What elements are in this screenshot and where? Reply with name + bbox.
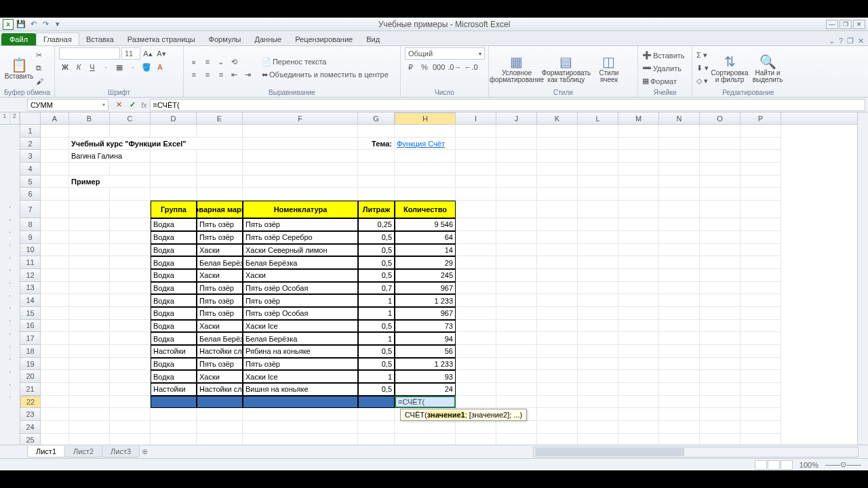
row-header[interactable]: 9 xyxy=(20,231,41,244)
align-left-icon[interactable]: ≡ xyxy=(188,68,200,81)
row-header[interactable]: 7 xyxy=(20,201,41,218)
col-header-O[interactable]: O xyxy=(700,113,741,124)
formula-input[interactable]: =СЧЁТ( xyxy=(150,99,865,111)
autosum-icon[interactable]: Σ ▾ xyxy=(696,49,709,61)
row-header[interactable]: 6 xyxy=(20,188,41,201)
format-as-table-button[interactable]: ▤Форматировать как таблицу xyxy=(542,49,590,88)
row-header[interactable]: 25 xyxy=(20,434,41,445)
name-box[interactable]: СУММ▾ xyxy=(27,99,108,111)
col-header-K[interactable]: K xyxy=(537,113,578,124)
tab-data[interactable]: Данные xyxy=(248,33,288,45)
row-header[interactable]: 24 xyxy=(20,421,41,434)
cell-styles-button[interactable]: ◫Стили ячеек xyxy=(592,49,626,88)
merge-center-button[interactable]: ⬌ Объединить и поместить в центре xyxy=(262,69,389,81)
col-header-I[interactable]: I xyxy=(456,113,496,124)
row-header[interactable]: 8 xyxy=(20,218,41,231)
tab-insert[interactable]: Вставка xyxy=(79,33,121,45)
col-header-A[interactable]: A xyxy=(41,113,69,124)
zoom-level[interactable]: 100% xyxy=(800,461,818,469)
horizontal-scrollbar[interactable] xyxy=(533,447,859,458)
row-header[interactable]: 16 xyxy=(20,320,41,333)
row-header[interactable]: 15 xyxy=(20,307,41,320)
number-format-select[interactable]: Общий▾ xyxy=(405,47,485,60)
align-top-icon[interactable]: ⌅ xyxy=(188,56,200,68)
font-select[interactable] xyxy=(59,47,120,60)
copy-icon[interactable]: ⧉ xyxy=(36,62,43,74)
fx-label[interactable]: fx xyxy=(141,101,147,109)
col-header-B[interactable]: B xyxy=(69,113,110,124)
excel-icon[interactable]: X xyxy=(3,19,14,30)
decimal-dec-icon[interactable]: ←.0 xyxy=(464,61,479,73)
row-header[interactable]: 5 xyxy=(20,176,41,188)
border-button[interactable]: ▦ xyxy=(113,61,125,73)
italic-button[interactable]: К xyxy=(73,61,85,73)
paste-button[interactable]: 📋Вставить xyxy=(4,49,34,88)
col-header-D[interactable]: D xyxy=(151,113,197,124)
align-bottom-icon[interactable]: ⌄ xyxy=(215,56,227,68)
format-painter-icon[interactable]: 🖌 xyxy=(36,75,43,87)
fill-icon[interactable]: ⬇ ▾ xyxy=(696,62,709,74)
col-header-N[interactable]: N xyxy=(659,113,700,124)
col-header-E[interactable]: E xyxy=(197,113,243,124)
col-header-C[interactable]: C xyxy=(110,113,151,124)
indent-dec-icon[interactable]: ⇤ xyxy=(229,68,241,81)
conditional-format-button[interactable]: ▦Условное форматирование xyxy=(493,49,540,88)
row-header[interactable]: 3 xyxy=(20,150,41,163)
wrap-text-button[interactable]: 📄 Перенос текста xyxy=(262,56,389,68)
undo-icon[interactable]: ↶ xyxy=(28,20,38,29)
view-buttons[interactable] xyxy=(755,460,793,470)
tab-review[interactable]: Рецензирование xyxy=(288,33,359,45)
row-header[interactable]: 18 xyxy=(20,345,41,358)
col-header-M[interactable]: M xyxy=(618,113,659,124)
zoom-slider[interactable]: ——⊙—— xyxy=(825,460,861,469)
sheet-tab-2[interactable]: Лист2 xyxy=(64,446,102,458)
cut-icon[interactable]: ✂ xyxy=(36,49,43,61)
col-header-H[interactable]: H xyxy=(395,113,456,125)
row-header[interactable]: 19 xyxy=(20,358,41,371)
format-cells-button[interactable]: ▦ Формат xyxy=(642,75,685,87)
close-button[interactable]: ✕ xyxy=(853,20,865,29)
sort-filter-button[interactable]: ⇅Сортировка и фильтр xyxy=(711,49,749,88)
row-header[interactable]: 14 xyxy=(20,294,41,307)
row-header[interactable]: 2 xyxy=(20,138,41,150)
select-all-corner[interactable] xyxy=(20,113,41,124)
align-center-icon[interactable]: ≡ xyxy=(201,68,214,81)
row-header[interactable]: 21 xyxy=(20,383,41,396)
new-sheet-icon[interactable]: ⊕ xyxy=(142,447,148,456)
sheet-tab-1[interactable]: Лист1 xyxy=(27,446,65,458)
underline-button[interactable]: Ч xyxy=(86,61,98,73)
insert-cells-button[interactable]: ➕ Вставить xyxy=(642,49,685,61)
row-header[interactable]: 11 xyxy=(20,256,41,269)
window-restore-icon[interactable]: ❐ xyxy=(847,37,854,45)
vertical-scrollbar[interactable] xyxy=(857,113,868,445)
redo-icon[interactable]: ↷ xyxy=(41,20,50,29)
cells-area[interactable]: 12Учебный курс "Функции Excel"Тема:Функц… xyxy=(20,125,857,445)
align-middle-icon[interactable]: ≡ xyxy=(201,56,214,68)
tab-formulas[interactable]: Формулы xyxy=(202,33,248,45)
row-header[interactable]: 10 xyxy=(20,244,41,257)
row-header[interactable]: 4 xyxy=(20,163,41,176)
row-header[interactable]: 17 xyxy=(20,332,41,345)
align-right-icon[interactable]: ≡ xyxy=(215,68,227,81)
row-header[interactable]: 13 xyxy=(20,282,41,295)
confirm-formula-icon[interactable]: ✓ xyxy=(126,99,138,111)
tab-layout[interactable]: Разметка страницы xyxy=(121,33,202,45)
restore-button[interactable]: ❐ xyxy=(840,20,852,29)
tab-file[interactable]: Файл xyxy=(1,33,36,45)
row-header[interactable]: 1 xyxy=(20,125,41,138)
find-select-button[interactable]: 🔍Найти и выделить xyxy=(751,49,785,88)
col-header-L[interactable]: L xyxy=(578,113,618,124)
fill-color-button[interactable]: 🪣 xyxy=(140,61,153,73)
qat-more-icon[interactable]: ▾ xyxy=(53,20,62,29)
tab-view[interactable]: Вид xyxy=(359,33,387,45)
orientation-icon[interactable]: ⟲ xyxy=(229,56,241,68)
delete-cells-button[interactable]: ➖ Удалить xyxy=(642,62,685,74)
sheet-tab-3[interactable]: Лист3 xyxy=(102,446,140,458)
currency-icon[interactable]: ₽ xyxy=(405,61,417,73)
help-icon[interactable]: ? xyxy=(839,37,843,45)
bold-button[interactable]: Ж xyxy=(59,61,71,73)
fontsize-select[interactable] xyxy=(121,47,140,60)
col-header-P[interactable]: P xyxy=(741,113,781,124)
row-header[interactable]: 22 xyxy=(20,396,41,408)
row-header[interactable]: 20 xyxy=(20,370,41,383)
